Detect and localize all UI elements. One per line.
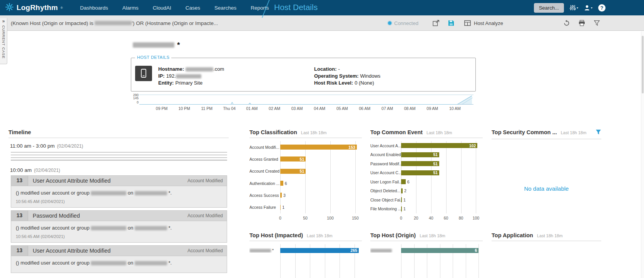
- chart-category-label: [370, 248, 401, 253]
- bar[interactable]: 51: [280, 156, 306, 161]
- event-card-header[interactable]: 13 Password Modified Account Modified: [11, 211, 227, 221]
- host-analyze-button[interactable]: Host Analyze: [464, 20, 503, 26]
- chevron-down-icon: ▾: [577, 6, 578, 10]
- chart-row: Close Object Fai...1: [370, 195, 483, 205]
- filter-funnel-icon[interactable]: [594, 20, 600, 26]
- chart-row: *265: [249, 244, 362, 256]
- bar[interactable]: 102: [401, 143, 477, 148]
- host-details-panel: HOST DETAILS Hostname:.com IP:192. Entit…: [131, 58, 476, 92]
- bar[interactable]: [401, 188, 403, 193]
- bar-value-label: 3: [283, 193, 286, 198]
- event-card-header[interactable]: 13 User Account Attribute Modified Accou…: [11, 246, 227, 256]
- logrhythm-logo[interactable]: LogRhythm ®: [0, 3, 70, 13]
- event-card: 13 User Account Attribute Modified Accou…: [11, 175, 227, 208]
- bar-value-label: 6: [285, 181, 287, 186]
- sparkline-x-axis: 09 PM10 PM11 PMThu 0401 AM02 AM03 AM04 A…: [131, 106, 476, 111]
- registered-mark: ®: [60, 6, 63, 10]
- os-field: Operating System:Windows: [314, 73, 380, 80]
- bar[interactable]: [280, 205, 281, 210]
- watchlist-asterisk: *: [177, 41, 180, 49]
- sparkline-y-axis: 290 145 0: [131, 95, 139, 105]
- bar[interactable]: 265: [280, 248, 359, 253]
- redacted-text: [249, 249, 271, 253]
- event-title: User Account Attribute Modified: [33, 178, 187, 184]
- main-nav: Dashboards Alarms CloudAI Cases Searches…: [80, 5, 269, 11]
- chart-row: Account Enabled51: [370, 150, 483, 160]
- event-count-badge: 13: [11, 211, 28, 221]
- top-classification-widget: Top Classification Last 18h 18m Account …: [249, 129, 362, 221]
- widget-period: Last 18h 18m: [561, 130, 587, 135]
- expand-panel-icon[interactable]: »: [2, 19, 5, 23]
- chart-x-axis: 050100150: [280, 216, 360, 221]
- bar[interactable]: 153: [280, 145, 357, 150]
- chart-category-label: User Account C...: [370, 170, 401, 175]
- host-details-panel-label: HOST DETAILS: [135, 55, 171, 60]
- chart-category-label: Account Created: [249, 169, 280, 173]
- redacted-text: [133, 42, 174, 48]
- current-case-tab[interactable]: » CURRENT CASE: [0, 18, 7, 64]
- chart-row: Password Modif...51: [370, 159, 483, 168]
- chart-category-label: Close Object Fai...: [370, 198, 401, 202]
- bar[interactable]: 51: [401, 161, 439, 166]
- scrollbar[interactable]: [641, 31, 644, 278]
- nav-item-dashboards[interactable]: Dashboards: [80, 5, 108, 11]
- activity-sparkline: 290 145 0 09 PM10 PM11 PMThu 0401 AM02 A…: [131, 95, 476, 111]
- top-application-chart: [492, 244, 601, 278]
- top-host-impacted-chart: *265: [249, 244, 362, 278]
- chart-row: Access Failure1: [249, 201, 362, 213]
- axis-tick-label: 100: [473, 216, 480, 220]
- print-icon[interactable]: [579, 20, 585, 26]
- save-search-icon[interactable]: [448, 20, 455, 27]
- risk-field: Host Risk Level:0 (None): [314, 80, 380, 87]
- connected-dot: [388, 21, 391, 25]
- top-host-origin-chart: 6: [370, 244, 483, 278]
- chart-row: Account Modifi...153: [249, 141, 362, 153]
- redacted-text: [91, 191, 126, 195]
- undo-icon[interactable]: [563, 20, 570, 26]
- event-card-header[interactable]: 13 User Account Attribute Modified Accou…: [11, 176, 227, 186]
- bar[interactable]: 6: [401, 248, 478, 253]
- bar-value-label: 153: [348, 145, 357, 150]
- timeline-group-header: 11:00 am - 3:00 pm(02/04/2021): [10, 143, 229, 149]
- column-filter-icon[interactable]: [595, 129, 601, 137]
- nav-item-cases[interactable]: Cases: [186, 5, 200, 11]
- bar-value-label: 51: [300, 169, 306, 173]
- connected-label: Connected: [394, 20, 418, 26]
- bar[interactable]: [280, 193, 282, 198]
- bar[interactable]: [401, 179, 406, 184]
- top-application-widget: Top Application Last 18h 18m: [492, 232, 601, 278]
- chart-row: 6: [370, 244, 483, 256]
- widget-title: Top Classification: [249, 129, 297, 135]
- bar[interactable]: 51: [401, 170, 439, 175]
- filter-sliders-icon[interactable]: ▾: [570, 5, 578, 11]
- nav-item-alarms[interactable]: Alarms: [122, 5, 139, 11]
- widget-period: Last 18h 18m: [427, 130, 452, 135]
- collapsed-events-stack[interactable]: [11, 152, 227, 162]
- widget-title: Top Security Common ...: [492, 129, 557, 135]
- chart-category-label: Password Modif...: [370, 161, 401, 166]
- event-title: Password Modified: [33, 213, 187, 219]
- help-icon[interactable]: ?: [598, 4, 606, 12]
- chart-category-label: File Monitoring ...: [370, 206, 401, 211]
- bar[interactable]: 51: [401, 152, 439, 157]
- brand-text: LogRhythm: [17, 3, 58, 12]
- sparkline-plot[interactable]: [139, 95, 473, 105]
- hostname-field: Hostname:.com: [158, 66, 314, 73]
- nav-item-cloudai[interactable]: CloudAI: [153, 5, 171, 11]
- bar-value-label: 1: [403, 206, 406, 211]
- timeline-section: Timeline 11:00 am - 3:00 pm(02/04/2021) …: [8, 129, 229, 276]
- nav-item-searches[interactable]: Searches: [214, 5, 236, 11]
- bar[interactable]: 51: [280, 169, 306, 174]
- search-button[interactable]: Search...: [534, 3, 564, 13]
- user-menu[interactable]: ▾: [584, 5, 592, 11]
- top-common-event-chart: User Account A...102Account Enabled51Pas…: [370, 141, 483, 221]
- bar[interactable]: [280, 181, 283, 186]
- event-timestamp: 10:56:45 AM (02/04/2021): [11, 231, 227, 242]
- axis-tick-label: 20: [414, 216, 418, 220]
- bar[interactable]: [401, 206, 402, 211]
- open-new-window-icon[interactable]: [433, 20, 440, 26]
- bar[interactable]: [401, 197, 402, 202]
- scrollbar-thumb[interactable]: [642, 36, 644, 93]
- host-name-title: *: [133, 41, 180, 49]
- top-classification-chart: Account Modifi...153Access Granted51Acco…: [249, 141, 362, 221]
